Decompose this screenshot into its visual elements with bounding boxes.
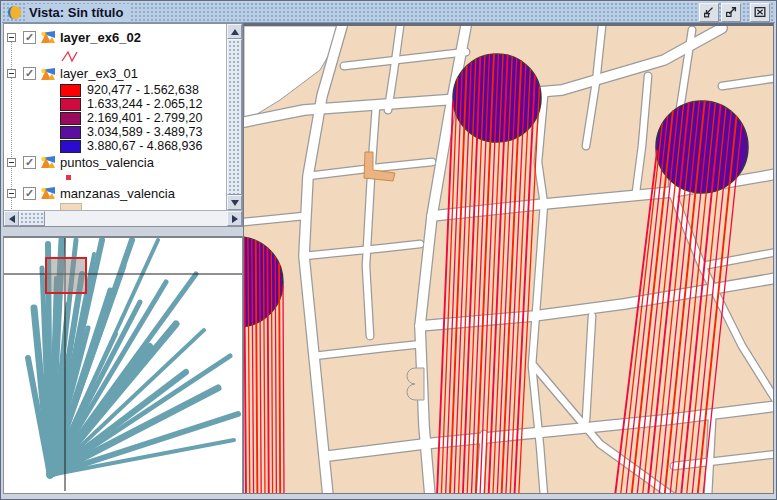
layer-tree-panel: ✓ layer_ex6_02 <box>3 23 243 210</box>
collapse-toggle[interactable] <box>7 33 16 42</box>
legend-entry[interactable]: 3.880,67 - 4.868,936 <box>4 139 226 153</box>
maximize-icon <box>724 5 738 19</box>
layer-icon <box>40 155 56 169</box>
symbol-row <box>4 202 226 210</box>
layer-icon <box>40 67 56 81</box>
legend-swatch <box>61 140 81 152</box>
red-zigzag-line-symbol <box>60 49 82 63</box>
legend-label: 3.034,589 - 3.489,73 <box>87 125 202 139</box>
minimize-button[interactable] <box>699 3 719 22</box>
close-icon <box>753 5 767 19</box>
legend-swatch <box>61 112 81 124</box>
symbol-row <box>4 47 226 64</box>
view-extent-rectangle[interactable] <box>46 258 86 293</box>
legend-swatch <box>61 84 81 96</box>
legend-label: 3.880,67 - 4.868,936 <box>87 139 202 153</box>
scroll-right-button[interactable] <box>227 211 242 226</box>
collapse-toggle[interactable] <box>7 69 16 78</box>
scroll-left-button[interactable] <box>4 211 19 226</box>
tree-guide-line <box>11 38 13 210</box>
red-point-symbol <box>66 175 71 180</box>
legend-swatch <box>61 98 81 110</box>
panel-splitter[interactable] <box>3 227 243 236</box>
scroll-down-button[interactable] <box>227 195 242 210</box>
tree-node-puntos-valencia[interactable]: ✓ puntos_valencia <box>4 153 226 171</box>
arrow-down-icon <box>231 200 239 210</box>
window-title: Vista: Sin título <box>27 4 129 21</box>
horizontal-scroll-track[interactable] <box>45 211 227 226</box>
view-window: Vista: Sin título <box>0 0 777 500</box>
overview-map[interactable] <box>3 236 243 494</box>
gvsig-app-icon <box>7 5 22 20</box>
map-canvas[interactable] <box>244 26 774 494</box>
legend-entry[interactable]: 920,477 - 1.562,638 <box>4 83 226 97</box>
layer-icon <box>40 186 56 200</box>
beige-polygon-symbol <box>61 204 82 211</box>
collapse-toggle[interactable] <box>7 189 16 198</box>
toc-column: ✓ layer_ex6_02 <box>3 23 243 494</box>
arrow-right-icon <box>232 215 242 223</box>
legend-swatch <box>61 126 81 138</box>
tree-node-layer-ex6-02[interactable]: ✓ layer_ex6_02 <box>4 27 226 47</box>
title-bar[interactable]: Vista: Sin título <box>2 2 775 23</box>
layer-visibility-checkbox[interactable]: ✓ <box>23 187 36 200</box>
layer-visibility-checkbox[interactable]: ✓ <box>23 31 36 44</box>
legend-entry[interactable]: 1.633,244 - 2.065,12 <box>4 97 226 111</box>
layer-icon <box>40 30 56 44</box>
arrow-left-icon <box>5 215 15 223</box>
legend-entry[interactable]: 2.169,401 - 2.799,20 <box>4 111 226 125</box>
tree-node-manzanas-valencia[interactable]: ✓ manzanas_valencia <box>4 184 226 202</box>
layer-visibility-checkbox[interactable]: ✓ <box>23 67 36 80</box>
horizontal-scroll-thumb[interactable] <box>19 211 45 226</box>
vertical-scroll-thumb[interactable] <box>227 39 242 195</box>
legend-label: 920,477 - 1.562,638 <box>87 83 199 97</box>
layer-visibility-checkbox[interactable]: ✓ <box>23 156 36 169</box>
toc-vertical-scrollbar[interactable] <box>226 24 242 210</box>
layer-label[interactable]: layer_ex3_01 <box>60 66 138 81</box>
arrow-up-icon <box>231 25 239 35</box>
layer-label[interactable]: layer_ex6_02 <box>60 30 141 45</box>
legend-entry[interactable]: 3.034,589 - 3.489,73 <box>4 125 226 139</box>
map-view[interactable] <box>243 23 774 494</box>
symbol-row <box>4 171 226 184</box>
minimize-icon <box>702 5 716 19</box>
overview-map-canvas[interactable] <box>4 238 242 491</box>
scroll-up-button[interactable] <box>227 24 242 39</box>
layer-label[interactable]: puntos_valencia <box>60 155 154 170</box>
layer-label[interactable]: manzanas_valencia <box>60 186 175 201</box>
tree-node-layer-ex3-01[interactable]: ✓ layer_ex3_01 <box>4 64 226 83</box>
toc-horizontal-scrollbar[interactable] <box>3 210 243 227</box>
legend-label: 1.633,244 - 2.065,12 <box>87 97 202 111</box>
close-button[interactable] <box>750 3 770 22</box>
maximize-button[interactable] <box>721 3 741 22</box>
legend-label: 2.169,401 - 2.799,20 <box>87 111 202 125</box>
collapse-toggle[interactable] <box>7 158 16 167</box>
